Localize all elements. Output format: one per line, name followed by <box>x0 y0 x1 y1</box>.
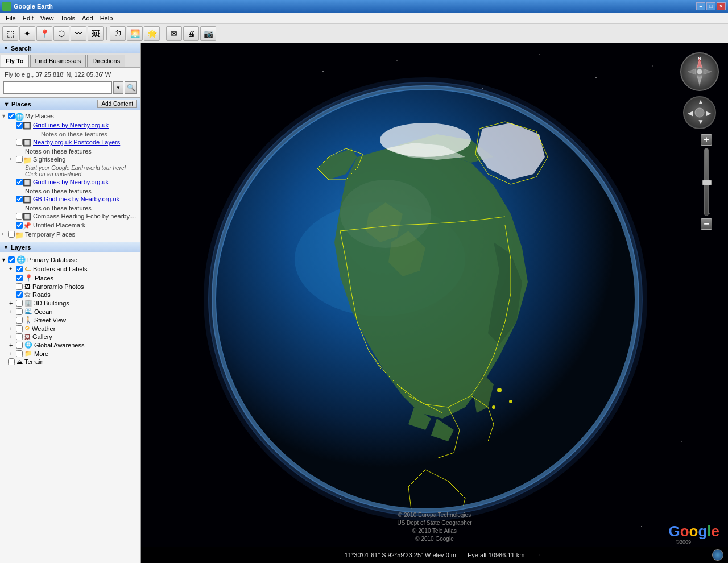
postcode-label[interactable]: Nearby.org.uk Postcode Layers <box>33 139 120 146</box>
toolbar-add-polygon[interactable]: ⬡ <box>53 26 69 41</box>
google-e: e <box>712 523 719 540</box>
expand-icon: ▼ <box>1 113 8 119</box>
compass-label[interactable]: Compass Heading Echo by nearby.... <box>33 213 136 220</box>
search-dropdown-button[interactable]: ▼ <box>113 81 123 94</box>
search-go-button[interactable]: 🔍 <box>125 81 137 94</box>
toolbar-navigate[interactable]: ⬚ <box>2 26 18 41</box>
3d-checkbox[interactable] <box>16 300 23 307</box>
roads-checkbox[interactable] <box>16 291 23 298</box>
primary-db-checkbox[interactable] <box>8 256 15 263</box>
layer-panoramio[interactable]: 🖼 Panoramio Photos <box>0 283 140 291</box>
layer-icon3: 🔲 <box>23 179 32 187</box>
places-my-places[interactable]: ▼ 🌐 My Places <box>0 112 140 121</box>
my-places-checkbox[interactable] <box>8 113 15 119</box>
placemark-checkbox[interactable] <box>16 222 23 229</box>
temporary-label[interactable]: Temporary Places <box>25 231 75 238</box>
toolbar-historical[interactable]: ⏱ <box>110 26 126 41</box>
panoramio-checkbox[interactable] <box>16 283 23 290</box>
places-gridlines1[interactable]: 🔲 GridLines by Nearby.org.uk <box>0 121 140 130</box>
layers-header[interactable]: ▼ Layers <box>0 242 140 252</box>
toolbar-sunrise[interactable]: 🌅 <box>127 26 143 41</box>
maximize-button[interactable]: □ <box>706 2 715 10</box>
compass-widget[interactable]: N <box>680 52 719 92</box>
toolbar-email[interactable]: ✉ <box>166 26 182 41</box>
sightseeing-checkbox[interactable] <box>16 156 23 163</box>
google-o2: o <box>689 523 698 540</box>
layer-places[interactable]: 📍 Places <box>0 274 140 283</box>
svg-text:▼: ▼ <box>697 118 704 126</box>
tab-directions[interactable]: Directions <box>87 55 125 67</box>
gallery-checkbox[interactable] <box>16 333 23 340</box>
layer-primary-db[interactable]: ▼ 🌐 Primary Database <box>0 255 140 264</box>
more-checkbox[interactable] <box>16 350 23 357</box>
layer-borders[interactable]: + 🏷 Borders and Labels <box>0 264 140 274</box>
ocean-icon: 🌊 <box>24 308 32 315</box>
sightseeing-label[interactable]: Sightseeing <box>33 156 66 163</box>
map-area[interactable]: N <box>141 43 728 563</box>
copyright-line4: © 2010 Google <box>397 535 471 543</box>
close-button[interactable]: × <box>717 2 726 10</box>
temporary-checkbox[interactable] <box>8 231 15 238</box>
search-header[interactable]: ▼ Search <box>0 43 140 53</box>
places-placemark[interactable]: 📌 Untitled Placemark <box>0 221 140 230</box>
gb-gridlines-checkbox[interactable] <box>16 196 23 202</box>
menu-edit[interactable]: Edit <box>19 14 37 23</box>
layer-terrain[interactable]: ⛰ Terrain <box>0 358 140 366</box>
primary-expand-icon: ▼ <box>1 257 8 263</box>
street-icon: 🚶 <box>24 316 32 324</box>
borders-checkbox[interactable] <box>16 266 23 272</box>
places-checkbox[interactable] <box>16 275 23 282</box>
places-header[interactable]: ▼ Places Add Content <box>0 98 140 110</box>
placemark-label[interactable]: Untitled Placemark <box>33 222 85 229</box>
layer-more[interactable]: + 📁 More <box>0 349 140 358</box>
toolbar-add-overlay[interactable]: 🖼 <box>88 26 104 41</box>
layer-global[interactable]: + 🌐 Global Awareness <box>0 341 140 349</box>
layer-street-view[interactable]: 🚶 Street View <box>0 316 140 324</box>
places-temporary[interactable]: + 📁 Temporary Places <box>0 230 140 239</box>
menu-file[interactable]: File <box>2 14 19 23</box>
gb-gridlines-label[interactable]: GB GridLines by Nearby.org.uk <box>33 196 119 202</box>
toolbar-screenshot[interactable]: 📷 <box>200 26 216 41</box>
places-gridlines2[interactable]: 🔲 GridLines by Nearby.org.uk <box>0 178 140 187</box>
postcode-checkbox[interactable] <box>16 139 23 146</box>
ocean-checkbox[interactable] <box>16 308 23 315</box>
toolbar-print[interactable]: 🖨 <box>183 26 199 41</box>
add-content-button[interactable]: Add Content <box>97 100 137 108</box>
zoom-thumb[interactable] <box>702 180 712 185</box>
menu-help[interactable]: Help <box>97 14 117 23</box>
terrain-checkbox[interactable] <box>8 358 15 365</box>
pan-control[interactable]: ▲ ▼ ◀ ▶ <box>680 96 719 131</box>
menu-tools[interactable]: Tools <box>57 14 78 23</box>
search-input[interactable] <box>3 81 112 94</box>
street-checkbox[interactable] <box>16 317 23 324</box>
gridlines1-label[interactable]: GridLines by Nearby.org.uk <box>33 122 109 129</box>
svg-point-42 <box>695 108 704 117</box>
borders-icon: 🏷 <box>24 265 31 273</box>
tab-find-businesses[interactable]: Find Businesses <box>30 55 86 67</box>
gridlines2-checkbox[interactable] <box>16 179 23 185</box>
minimize-button[interactable]: – <box>696 2 705 10</box>
weather-checkbox[interactable] <box>16 325 23 332</box>
places-sightseeing[interactable]: + 📁 Sightseeing <box>0 155 140 164</box>
places-postcode[interactable]: 🔲 Nearby.org.uk Postcode Layers <box>0 138 140 147</box>
toolbar-add-placemark[interactable]: 📍 <box>36 26 52 41</box>
layer-gallery[interactable]: + 🖼 Gallery <box>0 333 140 341</box>
zoom-out-button[interactable]: − <box>701 218 712 230</box>
layer-ocean[interactable]: + 🌊 Ocean <box>0 307 140 316</box>
layer-roads[interactable]: 🛣 Roads <box>0 291 140 299</box>
toolbar-pointer[interactable]: ✦ <box>19 26 35 41</box>
gridlines1-checkbox[interactable] <box>16 122 23 129</box>
menu-add[interactable]: Add <box>78 14 97 23</box>
toolbar-switch-view[interactable]: 🌟 <box>144 26 160 41</box>
tab-fly-to[interactable]: Fly To <box>1 55 29 67</box>
global-checkbox[interactable] <box>16 342 23 349</box>
places-gb-gridlines[interactable]: 🔲 GB GridLines by Nearby.org.uk <box>0 195 140 204</box>
places-compass[interactable]: 🔲 Compass Heading Echo by nearby.... <box>0 212 140 221</box>
zoom-in-button[interactable]: + <box>701 134 712 146</box>
menu-view[interactable]: View <box>37 14 57 23</box>
layer-3d-buildings[interactable]: + 🏢 3D Buildings <box>0 299 140 307</box>
toolbar-add-path[interactable]: 〰 <box>71 26 86 41</box>
layer-weather[interactable]: + ⚙ Weather <box>0 324 140 333</box>
compass-checkbox[interactable] <box>16 213 23 220</box>
gridlines2-label[interactable]: GridLines by Nearby.org.uk <box>33 179 109 185</box>
